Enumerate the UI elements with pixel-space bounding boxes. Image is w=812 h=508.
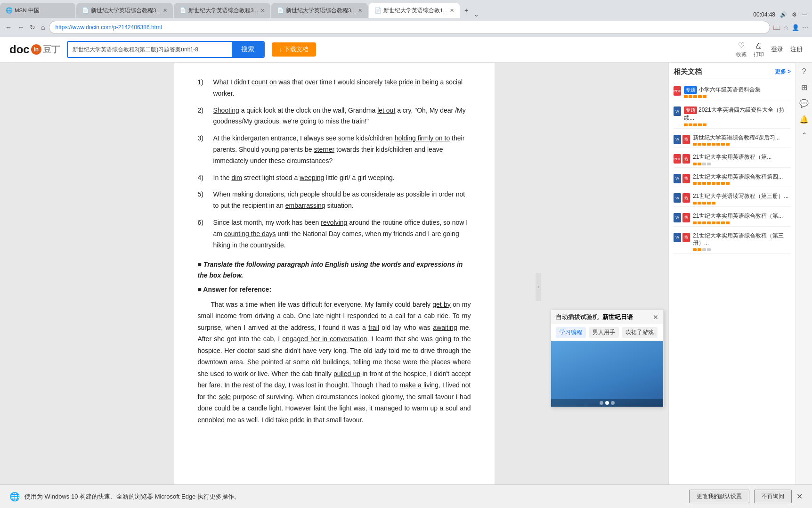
no-ask-button[interactable]: 不再询问 (754, 490, 792, 503)
sidebar-more-link[interactable]: 更多 > (775, 68, 791, 76)
search-input[interactable] (68, 42, 232, 57)
sidebar-item-7[interactable]: W 热 21世纪大学实用英语综合教程（第... (674, 211, 791, 227)
tab-1[interactable]: 📄 新世纪大学英语综合教程3... ✕ (76, 3, 173, 18)
sidebar-icon-1: PDF (674, 86, 681, 96)
sidebar-item-content-3: 新世纪大学英语综合教程4课后习... (693, 134, 791, 146)
sidebar-item-content-8: 21世纪大学实用英语综合教程（第三册）... (693, 232, 791, 251)
sidebar-icon-5a: W (674, 174, 681, 183)
download-button[interactable]: ↓ 下载文档 (272, 42, 316, 57)
float-panel-close-button[interactable]: ✕ (653, 313, 658, 321)
refresh-button[interactable]: ↻ (28, 22, 37, 33)
sidebar-item-1[interactable]: PDF 专题小学六年级英语资料合集 (674, 84, 791, 100)
tab-label-4: 新世纪大学英语综合教1... (383, 7, 447, 14)
settings-icon[interactable]: ⚙ (792, 11, 797, 18)
tab-2[interactable]: 📄 新世纪大学英语综合教程3... ✕ (174, 3, 270, 18)
tab-close-4[interactable]: ✕ (450, 8, 454, 14)
dot-3 (611, 401, 615, 405)
sidebar-hot-8 (693, 248, 791, 251)
sidebar-icon-3b: 热 (682, 135, 690, 144)
sidebar-icon-2: W (674, 107, 681, 116)
heart-icon: ♡ (738, 41, 745, 50)
tab-close-2[interactable]: ✕ (260, 8, 265, 14)
logo-in-circle: in (31, 44, 41, 55)
tab-label-msn: MSN 中国 (15, 7, 70, 14)
tab-close-1[interactable]: ✕ (163, 8, 167, 14)
sidebar-item-4[interactable]: PDF 热 21世纪大学实用英语教程（第... (674, 152, 791, 168)
sidebar-title-text: 相关文档 (674, 67, 702, 76)
collect-label: 收藏 (736, 51, 747, 58)
header-actions: ♡ 收藏 🖨 打印 登录 注册 (736, 41, 803, 58)
mute-icon[interactable]: 🔊 (780, 11, 787, 18)
sidebar-item-title-3: 新世纪大学英语综合教程4课后习... (693, 134, 791, 142)
tab-3[interactable]: 📄 新世纪大学英语综合教程3... ✕ (271, 3, 368, 18)
tab-msn[interactable]: 🌐 MSN 中国 (0, 3, 75, 18)
back-button[interactable]: ← (4, 22, 13, 33)
new-tab-button[interactable]: + (461, 5, 472, 16)
tab-favicon-3: 📄 (277, 7, 284, 14)
site-header: doc in 豆丁 搜索 ↓ 下载文档 ♡ 收藏 🖨 打印 登录 注册 (0, 37, 812, 63)
tab-close-3[interactable]: ✕ (358, 8, 362, 14)
sidebar-icon-6a: W (674, 193, 681, 203)
search-box: 搜索 (67, 41, 265, 58)
chat-icon[interactable]: 💬 (799, 99, 809, 108)
collapse-right-icon[interactable]: ⌃ (801, 131, 807, 140)
sidebar-hot-6 (693, 202, 791, 205)
sidebar-tag-1: 专题 (684, 86, 697, 94)
sidebar-item-2[interactable]: W 专题2021大学英语四六级资料大全（持续... (674, 104, 791, 129)
list-item-5: 5) When making donations, rich people sh… (198, 189, 471, 212)
list-item-2: 2) Shooting a quick look at the clock on… (198, 105, 471, 128)
notification-close-button[interactable]: ✕ (796, 492, 803, 501)
sidebar-hot-7 (693, 221, 791, 224)
dot-1 (600, 401, 603, 405)
register-button[interactable]: 注册 (790, 45, 803, 54)
float-panel-img-bg (551, 341, 663, 407)
print-action[interactable]: 🖨 打印 (754, 41, 764, 58)
tab-favicon-4: 📄 (374, 7, 381, 14)
bookmark-icon[interactable]: ☆ (783, 24, 789, 31)
float-panel-tags: 学习编程 男人用手 吹裙子游戏 (551, 324, 663, 341)
sidebar-item-title-6: 21世纪大学英语读写教程（第三册）... (693, 193, 791, 200)
sidebar-item-content-5: 21世纪大学实用英语综合教程第四... (693, 173, 791, 185)
doc-viewer: 1) What I didn't count on was that over … (0, 63, 668, 508)
float-tag-3[interactable]: 吹裙子游戏 (622, 327, 658, 338)
tab-favicon-msn: 🌐 (6, 7, 12, 14)
tab-label-1: 新世纪大学英语综合教程3... (91, 7, 161, 14)
minimize-icon[interactable]: — (802, 11, 807, 18)
sidebar-item-3[interactable]: W 热 新世纪大学英语综合教程4课后习... (674, 132, 791, 148)
tab-4-active[interactable]: 📄 新世纪大学英语综合教1... ✕ (369, 3, 460, 18)
sidebar: 相关文档 更多 > PDF 专题小学六年级英语资料合集 W 专题2021大学英语… (668, 63, 796, 508)
bell-icon[interactable]: 🔔 (799, 115, 809, 124)
browser-time: 00:04:48 🔊 ⚙ — (753, 11, 812, 18)
logo-text-dingding: 豆丁 (43, 44, 60, 55)
sidebar-item-content-7: 21世纪大学实用英语综合教程（第... (693, 213, 791, 224)
menu-icon[interactable]: ⋯ (802, 24, 808, 31)
forward-button[interactable]: → (16, 22, 25, 33)
sidebar-item-content-4: 21世纪大学实用英语教程（第... (693, 154, 791, 165)
search-button[interactable]: 搜索 (232, 42, 264, 57)
print-icon: 🖨 (755, 41, 763, 50)
notification-text: 使用为 Windows 10 构建的快速、全新的浏览器 Microsoft Ed… (24, 492, 684, 501)
tab-label-2: 新世纪大学英语综合教程3... (188, 7, 258, 14)
tab-list-button[interactable]: ⌄ (472, 11, 481, 18)
tab-favicon-1: 📄 (82, 7, 89, 14)
reader-icon[interactable]: 📖 (773, 24, 780, 31)
collapse-handle[interactable]: › (536, 273, 541, 301)
sidebar-item-title-8: 21世纪大学实用英语综合教程（第三册）... (693, 232, 791, 247)
home-button[interactable]: ⌂ (40, 22, 46, 33)
collect-action[interactable]: ♡ 收藏 (736, 41, 747, 58)
float-tag-1[interactable]: 学习编程 (556, 327, 586, 338)
question-icon[interactable]: ? (802, 67, 806, 76)
user-icon[interactable]: 👤 (792, 24, 799, 31)
sidebar-item-5[interactable]: W 热 21世纪大学实用英语综合教程第四... (674, 172, 791, 188)
sidebar-icon-7b: 热 (682, 213, 690, 222)
login-button[interactable]: 登录 (771, 45, 783, 54)
sidebar-item-6[interactable]: W 热 21世纪大学英语读写教程（第三册）... (674, 191, 791, 207)
addr-right-icons: 📖 ☆ 👤 ⋯ (773, 24, 808, 31)
grid-icon[interactable]: ⊞ (801, 83, 807, 92)
change-default-button[interactable]: 更改我的默认设置 (689, 490, 749, 503)
float-tag-2[interactable]: 男人用手 (589, 327, 619, 338)
sidebar-item-title-2: 2021大学英语四六级资料大全（持续... (684, 107, 785, 121)
url-input[interactable] (49, 21, 770, 34)
sidebar-item-8[interactable]: W 热 21世纪大学实用英语综合教程（第三册）... (674, 230, 791, 254)
instruction-block: ■ Translate the following paragraph into… (198, 259, 471, 280)
